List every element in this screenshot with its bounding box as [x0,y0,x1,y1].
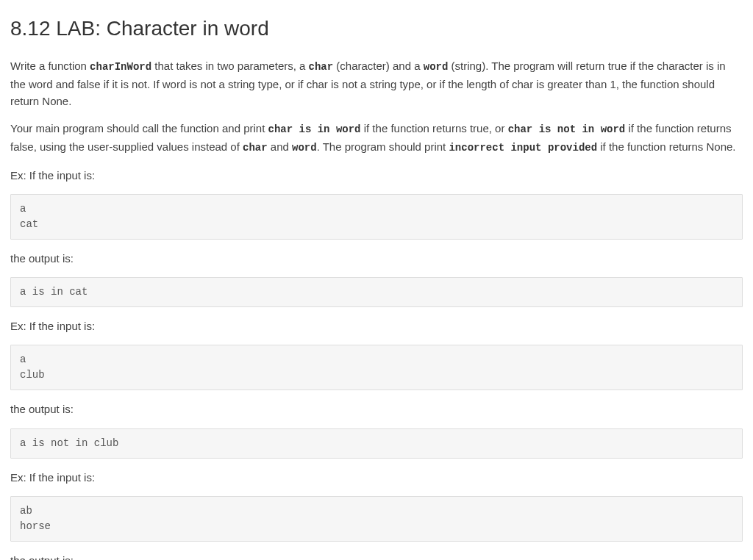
code-inline-incorrect-input: incorrect input provided [449,142,597,154]
code-inline-char: char [309,61,334,73]
text-fragment: if the function returns true, or [361,122,508,134]
example-input-label: Ex: If the input is: [10,469,743,486]
code-block-input-1: a cat [10,194,743,240]
code-block-input-3: ab horse [10,496,743,542]
text-fragment: Your main program should call the functi… [10,122,268,134]
example-input-label: Ex: If the input is: [10,317,743,334]
instruction-paragraph-1: Write a function charInWord that takes i… [10,57,743,110]
example-input-label: Ex: If the input is: [10,167,743,184]
text-fragment: and [268,140,292,153]
output-label: the output is: [10,552,743,560]
code-block-input-2: a club [10,345,743,390]
code-inline-charinword: charInWord [90,61,151,73]
code-inline-char-is-in-word: char is in word [268,123,361,135]
code-inline-word: word [424,61,449,73]
code-block-output-1: a is in cat [10,277,743,307]
code-inline-char: char [243,142,268,154]
page-title: 8.12 LAB: Character in word [10,13,743,44]
output-label: the output is: [10,401,743,417]
instruction-paragraph-2: Your main program should call the functi… [10,120,743,156]
code-block-output-2: a is not in club [10,428,743,459]
code-inline-char-is-not-in-word: char is not in word [508,123,626,135]
text-fragment: Write a function [10,60,90,72]
text-fragment: (character) and a [333,60,424,72]
code-inline-word: word [292,142,317,154]
text-fragment: if the function returns None. [597,140,735,153]
text-fragment: . The program should print [317,140,449,153]
output-label: the output is: [10,250,743,267]
text-fragment: that takes in two parameters, a [151,60,308,72]
